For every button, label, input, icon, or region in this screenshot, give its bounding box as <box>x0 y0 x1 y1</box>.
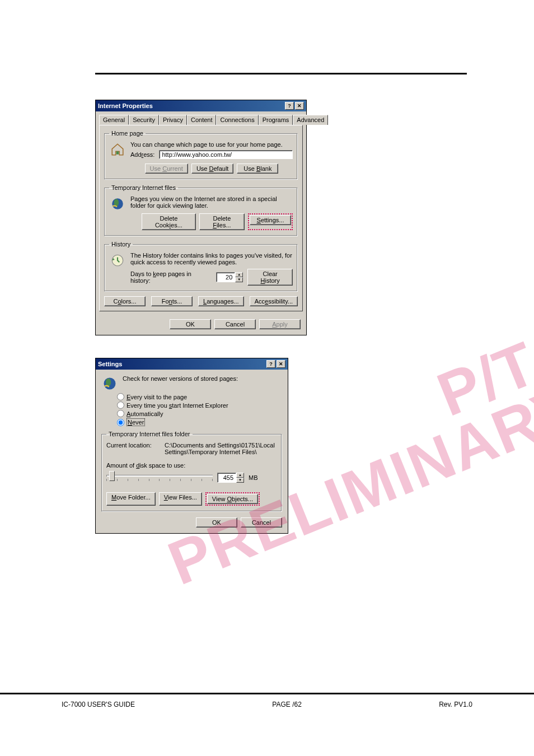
history-icon <box>109 252 126 269</box>
settings-button[interactable]: Settings... <box>250 215 291 225</box>
delete-files-button[interactable]: Delete Files... <box>199 213 245 230</box>
tab-privacy[interactable]: Privacy <box>159 115 187 125</box>
disk-label: Amount of disk space to use: <box>106 462 277 469</box>
footer-left: IC-7000 USER'S GUIDE <box>62 701 135 708</box>
location-value: C:\Documents and Settings\01751\Local Se… <box>165 442 277 455</box>
footer-divider <box>0 693 534 694</box>
radio-automatically[interactable] <box>117 410 124 417</box>
temp-folder-group: Temporary Internet files folder Current … <box>101 431 282 512</box>
globe-icon <box>101 375 118 392</box>
disk-slider[interactable] <box>106 471 213 481</box>
homepage-group: Home page You can change which page to u… <box>104 130 298 180</box>
titlebar: Settings ? ✕ <box>96 358 288 370</box>
globe-icon <box>109 195 126 212</box>
radio-label: Automatically <box>127 410 163 417</box>
use-current-button[interactable]: Use Current <box>145 164 188 174</box>
ok-button[interactable]: OK <box>196 517 237 528</box>
tab-advanced[interactable]: Advanced <box>293 115 328 125</box>
temp-text: Pages you view on the Internet are store… <box>130 195 293 209</box>
close-button[interactable]: ✕ <box>295 102 304 110</box>
tab-programs[interactable]: Programs <box>259 115 293 125</box>
address-label: Address: <box>130 151 154 158</box>
languages-button[interactable]: Languages... <box>198 296 244 306</box>
move-folder-button[interactable]: Move Folder... <box>106 492 156 506</box>
fonts-button[interactable]: Fonts... <box>151 296 193 306</box>
spin-up[interactable]: ▲ <box>236 473 244 478</box>
tab-general[interactable]: General <box>99 115 129 125</box>
tab-security[interactable]: Security <box>129 115 159 125</box>
radio-every-visit[interactable] <box>117 393 124 400</box>
radio-label: Never <box>127 418 145 426</box>
settings-highlight: Settings... <box>248 213 293 230</box>
temp-legend: Temporary Internet files <box>109 184 178 191</box>
check-label: Check for newer versions of stored pages… <box>123 375 238 382</box>
titlebar: Internet Properties ? ✕ <box>96 100 306 111</box>
days-input[interactable] <box>216 272 235 282</box>
spin-down[interactable]: ▼ <box>235 277 243 282</box>
cancel-button[interactable]: Cancel <box>214 319 256 329</box>
spin-down[interactable]: ▼ <box>236 478 244 483</box>
folder-legend: Temporary Internet files folder <box>106 431 193 437</box>
cancel-button[interactable]: Cancel <box>241 517 282 528</box>
accessibility-button[interactable]: Accessibility... <box>250 296 298 306</box>
clear-history-button[interactable]: Clear History <box>247 269 293 286</box>
footer-center: PAGE /62 <box>272 701 301 708</box>
svg-rect-0 <box>116 151 119 154</box>
location-label: Current location: <box>106 442 160 449</box>
history-legend: History <box>109 241 133 248</box>
disk-spinner[interactable]: ▲ ▼ <box>217 473 244 483</box>
days-spinner[interactable]: ▲ ▼ <box>216 272 243 282</box>
address-input[interactable] <box>159 150 293 159</box>
homepage-text: You can change which page to use for you… <box>130 141 293 148</box>
tabs: General Security Privacy Content Connect… <box>96 111 306 125</box>
footer-right: Rev. PV1.0 <box>439 701 472 708</box>
colors-button[interactable]: Colors... <box>104 296 146 306</box>
tab-content[interactable]: Content <box>187 115 217 125</box>
dialog-title: Settings <box>98 361 122 367</box>
radio-label: Every time you start Internet Explorer <box>127 402 228 409</box>
internet-properties-dialog: Internet Properties ? ✕ General Security… <box>95 100 307 335</box>
radio-label: Every visit to the page <box>127 394 187 400</box>
header-divider <box>95 73 467 74</box>
view-objects-button[interactable]: View Objects... <box>207 494 258 504</box>
radio-every-start[interactable] <box>117 402 124 409</box>
home-icon <box>109 141 126 158</box>
history-group: History The History folder contains link… <box>104 241 298 292</box>
disk-unit: MB <box>249 474 258 481</box>
view-files-button[interactable]: View Files... <box>159 492 202 506</box>
ok-button[interactable]: OK <box>170 319 211 329</box>
close-button[interactable]: ✕ <box>277 360 285 368</box>
use-blank-button[interactable]: Use Blank <box>237 164 278 174</box>
temp-files-group: Temporary Internet files Pages you view … <box>104 184 298 236</box>
use-default-button[interactable]: Use Default <box>191 164 234 174</box>
help-button[interactable]: ? <box>266 360 275 368</box>
days-label: Days to keep pages in history: <box>130 270 212 284</box>
apply-button[interactable]: Apply <box>259 319 301 329</box>
radio-never[interactable] <box>117 419 124 426</box>
homepage-legend: Home page <box>109 130 146 137</box>
history-text: The History folder contains links to pag… <box>130 252 293 265</box>
dialog-title: Internet Properties <box>98 102 153 109</box>
disk-input[interactable] <box>217 473 236 483</box>
spin-up[interactable]: ▲ <box>235 272 243 277</box>
tab-connections[interactable]: Connections <box>216 115 258 125</box>
settings-dialog: Settings ? ✕ Check for newer versions of… <box>95 358 288 534</box>
help-button[interactable]: ? <box>285 102 294 110</box>
delete-cookies-button[interactable]: Delete Cookies... <box>142 213 196 230</box>
view-objects-highlight: View Objects... <box>205 492 260 506</box>
